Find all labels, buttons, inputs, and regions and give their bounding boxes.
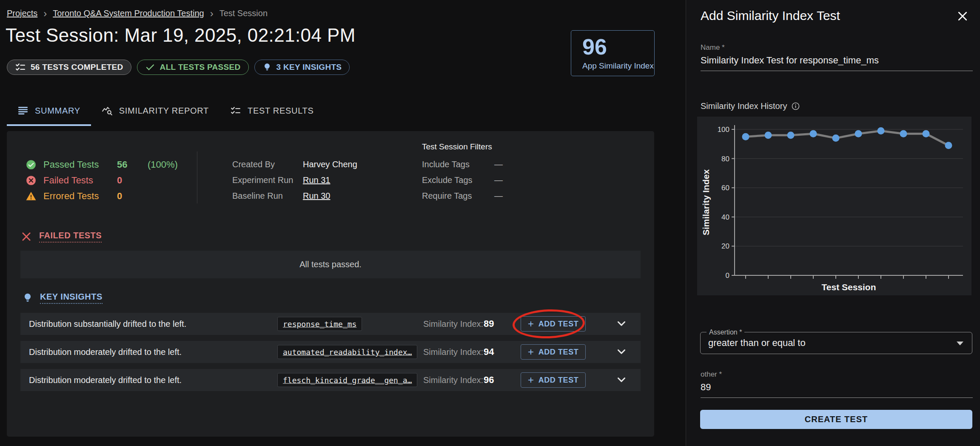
- svg-text:40: 40: [721, 213, 729, 221]
- filter-label: Exclude Tags: [422, 175, 494, 185]
- baseline-run-row: Baseline Run Run 30: [232, 188, 357, 204]
- filter-value: —: [494, 175, 503, 185]
- svg-text:100: 100: [718, 126, 729, 134]
- breadcrumb-project-name[interactable]: Toronto Q&A System Production Testing: [53, 9, 204, 18]
- svg-text:80: 80: [721, 155, 729, 163]
- filter-value: —: [494, 191, 503, 201]
- session-filters: Include Tags — Exclude Tags — Require Ta…: [422, 157, 503, 204]
- add-test-drawer: Add Similarity Index Test Name * Similar…: [686, 0, 980, 446]
- info-label: Experiment Run: [232, 175, 303, 185]
- breadcrumb-projects[interactable]: Projects: [7, 9, 37, 18]
- metric-chip[interactable]: response_time_ms: [277, 317, 362, 331]
- dropdown-caret-icon: [957, 341, 963, 345]
- failed-tests-header: FAILED TESTS: [20, 231, 102, 243]
- add-test-label: ADD TEST: [538, 320, 579, 329]
- filters-title: Test Session Filters: [422, 142, 492, 152]
- svg-text:Similarity Index: Similarity Index: [701, 169, 711, 236]
- name-input[interactable]: Similarity Index Test for response_time_…: [701, 55, 973, 71]
- tab-summary[interactable]: SUMMARY: [7, 95, 91, 126]
- insight-row: Distribution moderately drifted to the l…: [20, 369, 641, 391]
- key-insights-badge: 3 KEY INSIGHTS: [254, 60, 350, 75]
- stat-label: Failed Tests: [43, 175, 110, 186]
- metric-chip[interactable]: automated_readability_index…: [277, 345, 417, 359]
- experiment-run-row: Experiment Run Run 31: [232, 172, 357, 188]
- passed-tests-row: Passed Tests 56 (100%): [26, 157, 178, 172]
- stat-label: Passed Tests: [43, 159, 110, 170]
- key-insights-title: KEY INSIGHTS: [40, 292, 103, 304]
- page-title: Test Session: Mar 19, 2025, 02:21:04 PM: [6, 25, 356, 46]
- similarity-history-chart-card: 020406080100Test SessionSimilarity Index: [697, 117, 971, 295]
- other-input[interactable]: 89: [701, 382, 973, 398]
- similarity-index-label: Similarity Index:: [423, 319, 483, 329]
- summary-card: Passed Tests 56 (100%) Failed Tests 0 Er…: [7, 131, 654, 437]
- experiment-run-link[interactable]: Run 31: [303, 175, 330, 185]
- chevron-right-icon: ›: [210, 9, 214, 18]
- lightbulb-icon: [22, 292, 33, 303]
- failed-tests-title: FAILED TESTS: [39, 231, 102, 243]
- stat-label: Errored Tests: [43, 191, 110, 202]
- x-icon: [20, 231, 32, 243]
- tab-test-results[interactable]: TEST RESULTS: [219, 95, 324, 126]
- stat-value: 0: [117, 191, 141, 202]
- drawer-title: Add Similarity Index Test: [701, 9, 840, 23]
- name-field-label: Name *: [701, 43, 973, 52]
- other-field: other * 89: [701, 370, 973, 398]
- insight-text: Distribution moderately drifted to the l…: [29, 375, 182, 385]
- history-title: Similarity Index History: [701, 101, 787, 111]
- other-field-label: other *: [701, 370, 973, 379]
- add-test-button[interactable]: + ADD TEST: [521, 344, 586, 360]
- close-button[interactable]: [955, 9, 970, 24]
- require-tags-row: Require Tags —: [422, 188, 503, 204]
- breadcrumb-current: Test Session: [219, 9, 268, 18]
- info-icon[interactable]: [791, 102, 800, 111]
- similarity-index-label: Similarity Index:: [423, 347, 483, 357]
- chevron-down-icon: [615, 374, 627, 386]
- checklist-icon: [15, 62, 26, 73]
- test-stats: Passed Tests 56 (100%) Failed Tests 0 Er…: [26, 157, 178, 204]
- close-icon: [956, 10, 969, 23]
- empty-message: All tests passed.: [299, 260, 362, 269]
- session-info: Created By Harvey Cheng Experiment Run R…: [232, 157, 357, 204]
- stat-value: 0: [117, 175, 141, 186]
- expand-row-button[interactable]: [615, 346, 628, 358]
- check-icon: [145, 62, 155, 72]
- checklist-icon: [230, 105, 241, 116]
- baseline-run-link[interactable]: Run 30: [303, 191, 330, 201]
- add-test-button[interactable]: + ADD TEST: [521, 316, 586, 332]
- insight-text: Distribution moderately drifted to the l…: [29, 347, 182, 357]
- filter-label: Require Tags: [422, 191, 494, 201]
- info-label: Created By: [232, 160, 303, 169]
- stat-percent: (100%): [148, 159, 178, 170]
- tab-label: SIMILARITY REPORT: [119, 106, 209, 116]
- created-by-value: Harvey Cheng: [303, 160, 357, 169]
- stat-value: 56: [117, 159, 141, 170]
- assertion-label: Assertion *: [707, 329, 744, 336]
- insight-row: Distribution moderately drifted to the l…: [20, 341, 641, 363]
- name-field: Name * Similarity Index Test for respons…: [701, 43, 973, 71]
- failed-tests-empty-state: All tests passed.: [20, 251, 641, 278]
- divider: [197, 152, 197, 203]
- create-test-button[interactable]: CREATE TEST: [700, 410, 972, 429]
- app-similarity-index-label: App Similarity Index: [582, 61, 654, 71]
- add-test-button[interactable]: + ADD TEST: [521, 372, 586, 388]
- similarity-index-value: 89: [484, 318, 494, 329]
- exclude-tags-row: Exclude Tags —: [422, 172, 503, 188]
- metric-chip[interactable]: flesch_kincaid_grade__gen_a…: [277, 373, 417, 387]
- assertion-select[interactable]: Assertion * greater than or equal to: [700, 332, 972, 354]
- svg-text:20: 20: [721, 242, 729, 250]
- svg-text:60: 60: [721, 184, 729, 192]
- add-test-label: ADD TEST: [538, 348, 579, 357]
- app-similarity-index-value: 96: [582, 35, 654, 59]
- tab-bar: SUMMARY SIMILARITY REPORT TEST RESULTS: [7, 95, 324, 126]
- filter-value: —: [494, 160, 503, 169]
- app-similarity-index-card: 96 App Similarity Index: [571, 30, 655, 76]
- chevron-down-icon: [615, 346, 627, 357]
- similarity-index-value: 94: [484, 346, 494, 357]
- svg-text:Test Session: Test Session: [822, 282, 876, 292]
- breadcrumb: Projects › Toronto Q&A System Production…: [7, 9, 268, 18]
- badge-label: 3 KEY INSIGHTS: [276, 63, 342, 72]
- expand-row-button[interactable]: [615, 317, 628, 330]
- similarity-index-value: 96: [484, 375, 494, 386]
- tab-similarity-report[interactable]: SIMILARITY REPORT: [91, 95, 219, 126]
- expand-row-button[interactable]: [615, 374, 628, 386]
